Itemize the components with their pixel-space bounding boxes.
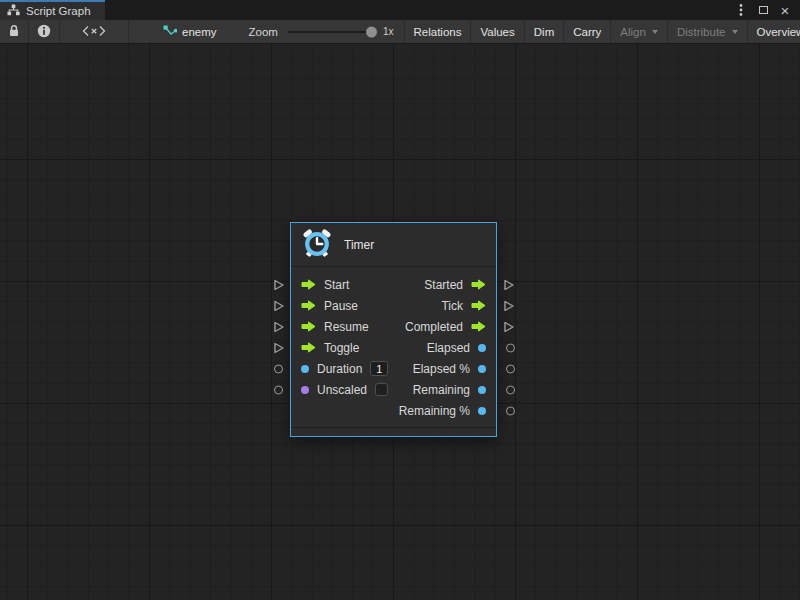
port-pause[interactable]: Pause xyxy=(301,299,358,313)
dim-button[interactable]: Dim xyxy=(525,20,564,43)
node-title: Timer xyxy=(344,238,374,252)
tab-script-graph[interactable]: Script Graph xyxy=(0,0,105,20)
zoom-slider[interactable] xyxy=(288,31,376,33)
value-output-connector[interactable] xyxy=(506,343,515,352)
zoom-slider-handle[interactable] xyxy=(366,26,377,37)
port-started[interactable]: Started xyxy=(424,278,486,292)
carry-button[interactable]: Carry xyxy=(564,20,611,43)
control-output-connector[interactable] xyxy=(503,299,515,312)
duration-input[interactable] xyxy=(370,361,388,376)
port-remaining[interactable]: Remaining xyxy=(413,383,486,397)
port-unscaled[interactable]: Unscaled xyxy=(301,383,388,397)
control-arrow-icon xyxy=(471,300,486,311)
control-input-connector[interactable] xyxy=(273,278,285,291)
chevron-down-icon xyxy=(652,30,658,34)
node-footer xyxy=(291,427,496,436)
control-arrow-icon xyxy=(471,279,486,290)
timer-node-header[interactable]: Timer xyxy=(291,223,496,267)
code-view-button[interactable] xyxy=(60,20,129,43)
distribute-dropdown[interactable]: Distribute xyxy=(668,20,748,43)
code-icon xyxy=(82,25,106,39)
control-arrow-icon xyxy=(471,321,486,332)
graph-canvas[interactable]: Timer Start Started xyxy=(0,44,800,600)
control-input-connector[interactable] xyxy=(273,320,285,333)
lock-button[interactable] xyxy=(0,20,29,43)
port-resume[interactable]: Resume xyxy=(301,320,369,334)
overview-button[interactable]: Overview xyxy=(748,20,800,43)
port-duration[interactable]: Duration xyxy=(301,361,388,376)
toolbar-right-group: Relations Values Dim Carry Align Distrib… xyxy=(405,20,800,43)
script-graph-window: Script Graph × xyxy=(0,0,800,600)
chevron-down-icon xyxy=(732,30,738,34)
value-port-icon xyxy=(478,386,486,394)
values-button[interactable]: Values xyxy=(471,20,524,43)
port-elapsed[interactable]: Elapsed xyxy=(427,341,486,355)
tab-bar: Script Graph × xyxy=(0,0,800,20)
relations-button[interactable]: Relations xyxy=(405,20,472,43)
control-arrow-icon xyxy=(301,279,316,290)
align-dropdown[interactable]: Align xyxy=(611,20,668,43)
breadcrumb-label: enemy xyxy=(182,26,217,38)
lock-icon xyxy=(8,24,20,39)
control-arrow-icon xyxy=(301,300,316,311)
control-arrow-icon xyxy=(301,342,316,353)
port-elapsed-percent[interactable]: Elapsed % xyxy=(413,362,486,376)
port-row: Unscaled Remaining xyxy=(291,379,496,400)
port-row: Pause Tick xyxy=(291,295,496,316)
tab-title: Script Graph xyxy=(26,5,91,17)
zoom-value: 1x xyxy=(383,26,394,37)
graph-toolbar: enemy Zoom 1x Relations Values Dim Carry… xyxy=(0,20,800,44)
window-controls: × xyxy=(732,0,800,20)
timer-node[interactable]: Timer Start Started xyxy=(290,222,497,437)
control-input-connector[interactable] xyxy=(273,299,285,312)
port-row: Remaining % xyxy=(291,400,496,421)
info-icon xyxy=(37,24,51,40)
zoom-label: Zoom xyxy=(249,26,278,38)
value-port-icon xyxy=(301,365,309,373)
info-button[interactable] xyxy=(29,20,60,43)
port-start[interactable]: Start xyxy=(301,278,349,292)
value-port-icon xyxy=(478,344,486,352)
port-toggle[interactable]: Toggle xyxy=(301,341,359,355)
control-output-connector[interactable] xyxy=(503,320,515,333)
value-port-icon xyxy=(301,386,309,394)
graph-asset-icon xyxy=(163,25,177,39)
control-output-connector[interactable] xyxy=(503,278,515,291)
value-output-connector[interactable] xyxy=(506,385,515,394)
window-menu-icon[interactable] xyxy=(732,1,750,19)
port-remaining-percent[interactable]: Remaining % xyxy=(399,404,486,418)
control-input-connector[interactable] xyxy=(273,341,285,354)
port-row: Duration Elapsed % xyxy=(291,358,496,379)
breadcrumb[interactable]: enemy xyxy=(155,20,225,43)
value-port-icon xyxy=(478,407,486,415)
value-port-icon xyxy=(478,365,486,373)
value-input-connector[interactable] xyxy=(274,364,283,373)
port-tick[interactable]: Tick xyxy=(441,299,486,313)
zoom-control: Zoom 1x xyxy=(249,20,405,43)
port-row: Toggle Elapsed xyxy=(291,337,496,358)
graph-hierarchy-icon xyxy=(7,4,20,18)
port-row: Start Started xyxy=(291,274,496,295)
close-icon[interactable]: × xyxy=(776,1,794,19)
control-arrow-icon xyxy=(301,321,316,332)
unscaled-checkbox[interactable] xyxy=(375,383,388,396)
value-input-connector[interactable] xyxy=(274,385,283,394)
maximize-icon[interactable] xyxy=(754,1,772,19)
value-output-connector[interactable] xyxy=(506,364,515,373)
value-output-connector[interactable] xyxy=(506,406,515,415)
alarm-clock-icon xyxy=(302,228,332,262)
timer-node-body: Start Started xyxy=(291,267,496,427)
port-completed[interactable]: Completed xyxy=(405,320,486,334)
port-row: Resume Completed xyxy=(291,316,496,337)
